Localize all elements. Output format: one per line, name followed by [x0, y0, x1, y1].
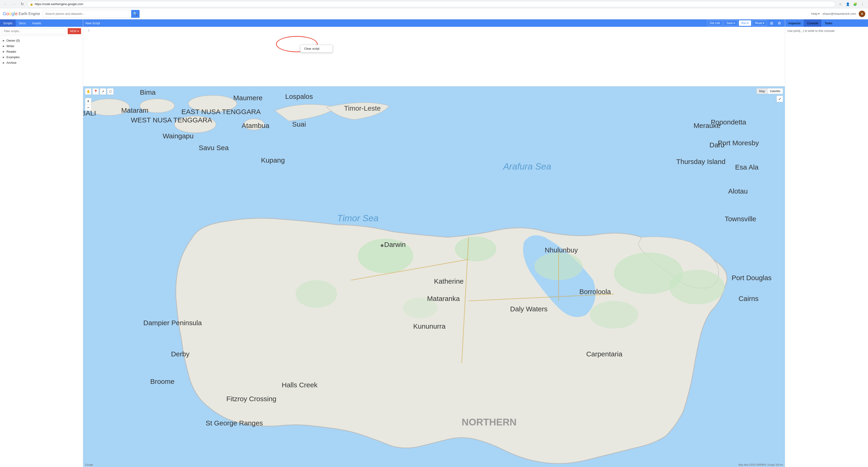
map-type-map[interactable]: Map [756, 88, 767, 94]
svg-text:Darwin: Darwin [384, 241, 406, 248]
svg-text:Timor Sea: Timor Sea [337, 213, 378, 223]
tab-scripts[interactable]: Scripts [0, 20, 16, 27]
map-type-buttons: Map Satellite [756, 88, 783, 94]
svg-text:Alotau: Alotau [728, 187, 748, 195]
svg-text:Broome: Broome [150, 378, 175, 385]
svg-text:Timor-Leste: Timor-Leste [344, 104, 381, 112]
svg-text:Carpentaria: Carpentaria [586, 350, 622, 358]
map-type-satellite[interactable]: Satellite [768, 88, 783, 94]
new-script-button[interactable]: NEW ▾ [68, 28, 81, 34]
help-button[interactable]: Help ▾ [811, 12, 820, 15]
fullscreen-button[interactable]: ⤢ [777, 96, 783, 102]
tab-docs[interactable]: Docs [16, 20, 29, 27]
chevron-down-icon: ▾ [747, 22, 749, 25]
map-container: Timor Sea Arafura Sea [83, 86, 785, 467]
svg-text:Borroloola: Borroloola [579, 288, 611, 295]
user-email: shaun@shaunlevick.com [823, 12, 856, 15]
tab-assets[interactable]: Assets [29, 20, 44, 27]
svg-text:Katherine: Katherine [434, 277, 464, 285]
svg-point-13 [669, 270, 725, 304]
svg-text:WEST NUSA TENGGARA: WEST NUSA TENGGARA [131, 116, 212, 124]
header-right: Help ▾ shaun@shaunlevick.com S [811, 11, 865, 17]
forward-button[interactable]: → [11, 1, 17, 7]
console-content: Use print(...) to write to this console. [785, 27, 868, 467]
search-input[interactable] [45, 12, 131, 15]
tree-arrow: ▶ [3, 39, 5, 42]
chevron-down-icon: ▾ [734, 22, 735, 25]
polygon-tool[interactable]: ⬡ [107, 88, 114, 95]
zoom-out-button[interactable]: − [85, 104, 91, 111]
svg-text:Derby: Derby [171, 350, 189, 358]
tree-item-examples[interactable]: ▶ Examples [0, 54, 83, 60]
reset-button[interactable]: Reset ▾ [752, 20, 767, 26]
search-bar[interactable]: 🔍 [43, 10, 140, 18]
avatar[interactable]: S [859, 11, 865, 17]
hand-tool[interactable]: ✋ [85, 88, 91, 95]
left-panel-tabs: Scripts Docs Assets [0, 20, 83, 27]
code-editor[interactable]: 1 [83, 27, 785, 86]
tree-arrow: ▶ [3, 45, 5, 48]
svg-point-16 [590, 301, 638, 329]
map-attribution: Map data ©2019 GBRMPA, Google 100 km [738, 464, 783, 466]
tree-item-reader[interactable]: ▶ Reader [0, 49, 83, 54]
chevron-down-icon: ▾ [78, 30, 79, 33]
svg-text:Mataram: Mataram [121, 106, 149, 114]
code-line-1: 1 [85, 29, 783, 32]
svg-text:Cairns: Cairns [738, 295, 758, 302]
svg-text:Nhulunbuy: Nhulunbuy [545, 246, 578, 254]
svg-text:Suai: Suai [292, 120, 306, 128]
google-logo: Google [3, 11, 18, 17]
script-title: New Script [86, 22, 706, 25]
code-editor-section: New Script Get Link Save ▾ Run ▾ Reset ▾… [83, 20, 785, 86]
save-button[interactable]: Save ▾ [724, 20, 737, 26]
line-tool[interactable]: ↗ [100, 88, 106, 95]
filter-scripts-input[interactable] [2, 28, 66, 34]
center-vertical: New Script Get Link Save ▾ Run ▾ Reset ▾… [83, 20, 785, 467]
svg-text:Atambua: Atambua [242, 122, 269, 129]
marker-tool[interactable]: 📍 [92, 88, 99, 95]
right-panel: Inspector Console Tasks Use print(...) t… [785, 20, 868, 467]
svg-text:Kununurra: Kununurra [413, 322, 445, 330]
svg-text:Arafura Sea: Arafura Sea [503, 161, 551, 172]
tree-item-owner[interactable]: ▶ Owner (5) [0, 38, 83, 43]
browser-actions: ☆ 👤 🧩 ⋮ [837, 1, 866, 7]
tab-console[interactable]: Console [804, 20, 822, 27]
profile-button[interactable]: 👤 [844, 1, 851, 7]
get-link-button[interactable]: Get Link [707, 20, 723, 26]
svg-text:Halls Creek: Halls Creek [282, 381, 318, 389]
back-button[interactable]: ← [2, 1, 9, 7]
search-button[interactable]: 🔍 [131, 10, 140, 18]
svg-text:Savu Sea: Savu Sea [199, 144, 229, 152]
left-panel-toolbar: NEW ▾ [0, 27, 83, 36]
chevron-down-icon: ▾ [763, 22, 764, 25]
address-bar[interactable]: 🔒 https://code.earthengine.google.com [27, 1, 835, 7]
svg-text:St George Ranges: St George Ranges [206, 419, 263, 427]
svg-text:Mataranka: Mataranka [427, 295, 460, 302]
svg-text:Bima: Bima [140, 89, 156, 96]
run-button[interactable]: Run ▾ [739, 20, 751, 26]
app-header: Google Earth Engine 🔍 Help ▾ shaun@shaun… [0, 8, 868, 20]
refresh-button[interactable]: ↻ [19, 1, 25, 7]
tree-item-writer[interactable]: ▶ Writer [0, 43, 83, 49]
tab-tasks[interactable]: Tasks [822, 20, 835, 27]
settings-icon-button[interactable]: ⚙ [776, 20, 782, 26]
map-tools: ✋ 📍 ↗ ⬡ [85, 88, 114, 95]
menu-button[interactable]: ⋮ [859, 1, 866, 7]
svg-text:Dampier Peninsula: Dampier Peninsula [144, 319, 202, 326]
address-text: https://code.earthengine.google.com [35, 2, 833, 6]
tab-inspector[interactable]: Inspector [785, 20, 804, 27]
grid-icon-button[interactable]: ⊞ [768, 20, 775, 26]
tree-item-archive[interactable]: ▶ Archive [0, 60, 83, 65]
clear-script-item[interactable]: Clear script [301, 45, 332, 52]
bookmark-button[interactable]: ☆ [837, 1, 843, 7]
map-zoom-controls: + − [85, 98, 91, 111]
svg-point-22 [381, 244, 383, 247]
script-tree: ▶ Owner (5) ▶ Writer ▶ Reader ▶ Examples… [0, 36, 83, 467]
svg-text:Fitzroy Crossing: Fitzroy Crossing [226, 395, 276, 403]
tree-arrow: ▶ [3, 61, 5, 64]
console-placeholder: Use print(...) to write to this console. [787, 29, 835, 33]
extensions-button[interactable]: 🧩 [852, 1, 858, 7]
zoom-in-button[interactable]: + [85, 98, 91, 104]
svg-text:NORTHERN: NORTHERN [462, 417, 517, 428]
center-toolbar: New Script Get Link Save ▾ Run ▾ Reset ▾… [83, 20, 785, 27]
